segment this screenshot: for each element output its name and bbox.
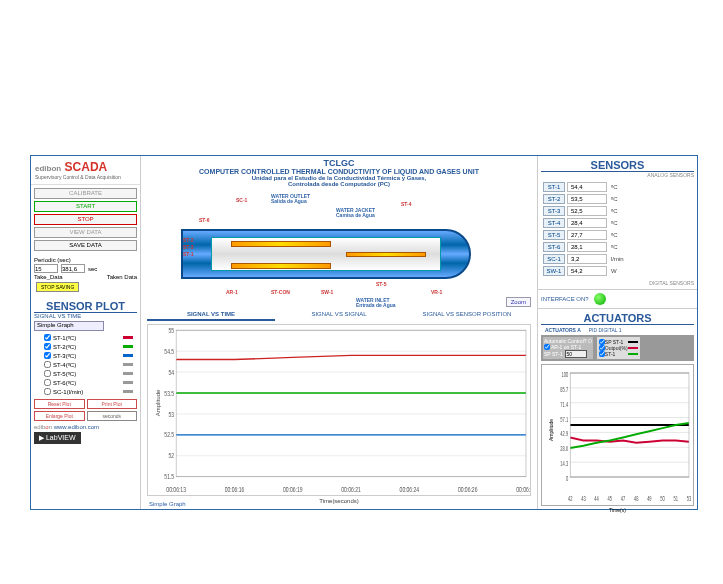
- legend-checkbox[interactable]: [44, 352, 51, 359]
- periodic-from-input[interactable]: [34, 264, 58, 273]
- graph-type-dropdown[interactable]: Simple Graph: [34, 321, 104, 331]
- enlarge-plot-button[interactable]: Enlarge Plot: [34, 411, 85, 421]
- y-axis-label: Amplitude: [155, 390, 161, 417]
- svg-text:44: 44: [594, 493, 599, 502]
- plot-buttons: Reset Plot Print Plot Enlarge Plot secon…: [34, 399, 137, 421]
- mini-x-label: Time(s): [609, 507, 626, 513]
- sensor-row: ST-527,7ºC: [543, 230, 692, 240]
- legend-row: ST-5(ºC): [44, 369, 137, 378]
- svg-text:50: 50: [660, 493, 665, 502]
- svg-text:00:06:19: 00:06:19: [283, 487, 303, 494]
- stop-saving-button[interactable]: STOP SAVING: [36, 282, 79, 292]
- sensor-value: 54,4: [567, 182, 607, 192]
- sensor-plot-panel: SENSOR PLOT SIGNAL VS TIME Simple Graph …: [31, 297, 140, 447]
- sensor-value: 54,2: [567, 266, 607, 276]
- start-button[interactable]: START: [34, 201, 137, 212]
- sensor-unit: ºC: [609, 242, 692, 252]
- legend-label: ST-5(ºC): [53, 371, 76, 377]
- svg-text:49: 49: [647, 493, 652, 502]
- digital-label: DIGITAL SENSORS: [541, 280, 694, 286]
- actuator-tabs: ACTUATORS A PID DIGITAL 1: [541, 325, 694, 335]
- sensor-unit: ºC: [609, 206, 692, 216]
- svg-text:85.7: 85.7: [560, 384, 568, 393]
- calibrate-button[interactable]: CALIBRATE: [34, 188, 137, 199]
- legend-label: ST-4(ºC): [53, 362, 76, 368]
- zoom-button[interactable]: Zoom: [506, 297, 531, 307]
- svg-text:00:06:28: 00:06:28: [516, 487, 530, 494]
- label-sw1: SW-1: [321, 289, 333, 295]
- periodic-panel: Periodic (sec) sec Take_Data Taken Data …: [31, 254, 140, 297]
- tab-signal-signal[interactable]: SIGNAL VS SIGNAL: [275, 309, 403, 321]
- legend-checkbox[interactable]: [44, 361, 51, 368]
- website-link[interactable]: edibon www.edibon.com: [34, 424, 137, 430]
- legend-row: ST-2(ºC): [44, 342, 137, 351]
- x-axis-label: Time(seconds): [319, 498, 358, 504]
- auto-control-box: Automatic Control? O AR-1 on ST-1 SP ST-…: [543, 337, 593, 359]
- legend-row: SC-1(l/min): [44, 387, 137, 396]
- app-window: edibon SCADA Supervisory Control & Data …: [30, 155, 698, 510]
- tab-pid[interactable]: PID DIGITAL 1: [585, 325, 626, 335]
- sensor-row: ST-352,5ºC: [543, 206, 692, 216]
- act-legend-row: ST-1: [599, 351, 638, 357]
- periodic-to-input[interactable]: [61, 264, 85, 273]
- right-column: SENSORS ANALOG SENSORS ST-154,4ºCST-253,…: [537, 156, 697, 509]
- seconds-button[interactable]: seconds: [87, 411, 138, 421]
- heater-top: [231, 241, 331, 247]
- legend-label: ST-1(ºC): [53, 335, 76, 341]
- reset-plot-button[interactable]: Reset Plot: [34, 399, 85, 409]
- legend-checkbox[interactable]: [44, 379, 51, 386]
- analog-label: ANALOG SENSORS: [541, 172, 694, 178]
- sensor-value: 27,7: [567, 230, 607, 240]
- svg-text:00:06:16: 00:06:16: [225, 487, 245, 494]
- label-salida: Salida de Agua: [271, 198, 307, 204]
- label-st4: ST-4: [401, 201, 412, 207]
- svg-text:14.3: 14.3: [560, 459, 568, 468]
- sensor-table: ST-154,4ºCST-253,5ºCST-352,5ºCST-428,4ºC…: [541, 180, 694, 278]
- view-data-button[interactable]: VIEW DATA: [34, 227, 137, 238]
- legend-checkbox[interactable]: [44, 343, 51, 350]
- sensor-tag: ST-3: [543, 206, 565, 216]
- legend-row: ST-6(ºC): [44, 378, 137, 387]
- label-sc1: SC-1: [236, 197, 247, 203]
- sensor-tag: ST-5: [543, 230, 565, 240]
- svg-text:100: 100: [561, 369, 568, 378]
- actuators-title: ACTUATORS: [541, 312, 694, 325]
- legend-row: ST-1(ºC): [44, 333, 137, 342]
- sensor-tag: SW-1: [543, 266, 565, 276]
- actuators-panel: ACTUATORS ACTUATORS A PID DIGITAL 1 Auto…: [538, 309, 697, 509]
- legend-checkbox[interactable]: [44, 388, 51, 395]
- print-plot-button[interactable]: Print Plot: [87, 399, 138, 409]
- svg-text:52: 52: [169, 453, 175, 460]
- tab-signal-position[interactable]: SIGNAL VS SENSOR POSITION: [403, 309, 531, 321]
- svg-text:53: 53: [169, 411, 175, 418]
- label-ar1: AR-1: [226, 289, 238, 295]
- act-legend-label: ST-1: [605, 351, 616, 357]
- label-entrada: Entrada de Agua: [356, 302, 396, 308]
- tab-signal-time[interactable]: SIGNAL VS TIME: [147, 309, 275, 321]
- legend-checkbox[interactable]: [44, 370, 51, 377]
- svg-text:51: 51: [674, 493, 679, 502]
- svg-text:45: 45: [608, 493, 613, 502]
- main-chart[interactable]: Amplitude Time(seconds) 51.55252.55353.5…: [147, 324, 531, 496]
- mini-chart[interactable]: Amplitude Time(s) 014.328.642.957.171.48…: [541, 364, 694, 506]
- svg-text:00:06:24: 00:06:24: [400, 487, 420, 494]
- svg-text:0: 0: [566, 473, 569, 482]
- interface-row: INTERFACE ON?: [538, 289, 697, 309]
- legend-swatch: [123, 336, 133, 339]
- save-data-button[interactable]: SAVE DATA: [34, 240, 137, 251]
- svg-text:54.5: 54.5: [164, 348, 174, 355]
- unit-sub2: Controlada desde Computador (PC): [143, 181, 535, 187]
- legend-checkbox[interactable]: [44, 334, 51, 341]
- unit-diagram: SC-1 WATER OUTLET Salida de Agua WATER J…: [141, 189, 537, 309]
- stop-button[interactable]: STOP: [34, 214, 137, 225]
- sensor-tag: ST-4: [543, 218, 565, 228]
- labview-badge: ▶ LabVIEW: [34, 432, 81, 444]
- tab-actuators-a[interactable]: ACTUATORS A: [541, 325, 585, 335]
- svg-text:47: 47: [621, 493, 626, 502]
- ar1-checkbox[interactable]: [544, 344, 550, 350]
- sensor-unit: ºC: [609, 218, 692, 228]
- sp-value-input[interactable]: 50: [565, 350, 587, 358]
- sensor-row: ST-154,4ºC: [543, 182, 692, 192]
- sensor-unit: l/min: [609, 254, 692, 264]
- label-st6: ST-6: [199, 217, 210, 223]
